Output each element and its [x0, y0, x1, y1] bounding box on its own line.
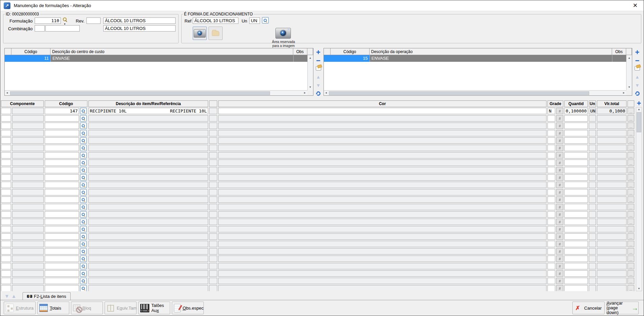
quantid-cell[interactable] [564, 196, 588, 203]
add-row-button[interactable]: + [635, 49, 640, 55]
un-cell[interactable] [589, 219, 596, 225]
grade-cell[interactable] [547, 211, 555, 218]
grade-hash-button[interactable]: # [556, 152, 563, 159]
componente-cell[interactable] [12, 233, 44, 240]
row-options-button[interactable]: ... [628, 167, 634, 173]
item-lookup-button[interactable] [80, 189, 87, 195]
cor-cell[interactable] [218, 278, 546, 284]
grade-cell[interactable] [547, 145, 555, 151]
obs-cell[interactable] [612, 55, 626, 62]
item-lookup-button[interactable] [80, 145, 87, 151]
row-options-button[interactable]: ... [628, 204, 634, 210]
grade-hash-button[interactable]: # [556, 270, 563, 277]
cor-cell[interactable] [218, 108, 546, 114]
grade-hash-button[interactable]: # [556, 130, 563, 136]
un-cell[interactable] [589, 233, 596, 240]
cor-cell[interactable] [218, 270, 546, 277]
item-lookup-button[interactable] [80, 204, 87, 210]
descricao-cell[interactable] [88, 211, 208, 218]
un-cell[interactable] [589, 152, 596, 159]
grade-hash-button[interactable]: # [556, 160, 563, 166]
descricao-cell[interactable] [88, 189, 208, 195]
grade-cell[interactable] [547, 219, 555, 225]
item-lookup-button[interactable] [80, 248, 87, 255]
add-item-button[interactable]: + [637, 100, 641, 106]
componente-cell[interactable] [12, 219, 44, 225]
cor-cell[interactable] [218, 285, 546, 291]
item-row[interactable]: #... [1, 123, 634, 129]
codigo-cell[interactable] [45, 182, 79, 188]
vlr-total-cell[interactable] [597, 226, 627, 232]
grade-cell[interactable] [547, 167, 555, 173]
row-options-button[interactable]: ... [628, 145, 634, 151]
tab-f2-lista-de-itens[interactable]: F2-Lista de itens [23, 292, 71, 300]
cor-cell[interactable] [218, 137, 546, 144]
descricao-cell[interactable] [88, 174, 208, 181]
vlr-total-cell[interactable] [597, 270, 627, 277]
scroll-left-icon[interactable]: ◄ [324, 91, 329, 95]
descricao-cell[interactable] [88, 196, 208, 203]
item-row[interactable]: #... [1, 174, 634, 181]
quantid-cell[interactable] [564, 278, 588, 284]
grade-hash-button[interactable]: # [556, 204, 563, 210]
descricao-cell[interactable] [88, 270, 208, 277]
scroll-down-icon[interactable]: ▼ [308, 85, 313, 89]
quantid-cell[interactable] [564, 219, 588, 225]
row-options-button[interactable]: ... [628, 263, 634, 269]
codigo-cell[interactable] [45, 241, 79, 247]
cor-cell[interactable] [218, 211, 546, 218]
taloes-aux-button[interactable]: 930063Talões Aux [138, 302, 170, 314]
vlr-total-cell[interactable] [597, 189, 627, 195]
un-cell[interactable] [589, 115, 596, 122]
grade-hash-button[interactable]: # [556, 248, 563, 255]
item-row[interactable]: #... [1, 270, 634, 277]
row-options-button[interactable]: ... [628, 108, 634, 114]
grade-hash-button[interactable]: # [556, 211, 563, 218]
row-options-button[interactable]: ... [628, 137, 634, 144]
un-cell[interactable] [589, 196, 596, 203]
hscroll-thumb[interactable] [10, 91, 270, 95]
item-lookup-button[interactable] [80, 167, 87, 173]
grade-cell[interactable] [547, 115, 555, 122]
grade-hash-button[interactable]: # [556, 263, 563, 269]
vlr-total-cell[interactable] [597, 211, 627, 218]
un-cell[interactable] [589, 241, 596, 247]
codigo-cell[interactable]: 147 [45, 108, 79, 114]
quantid-cell[interactable] [564, 130, 588, 136]
quantid-cell[interactable]: 0,100000 [564, 108, 588, 114]
item-row[interactable]: #... [1, 256, 634, 262]
componente-cell[interactable] [12, 123, 44, 129]
item-lookup-button[interactable] [80, 219, 87, 225]
vlr-total-cell[interactable] [597, 256, 627, 262]
componente-cell[interactable] [12, 211, 44, 218]
item-lookup-button[interactable] [80, 270, 87, 277]
grade-hash-button[interactable]: # [556, 241, 563, 247]
grade-cell[interactable] [547, 160, 555, 166]
row-options-button[interactable]: ... [628, 160, 634, 166]
row-options-button[interactable]: ... [628, 256, 634, 262]
codigo-cell[interactable] [45, 263, 79, 269]
vlr-total-cell[interactable]: 0,1000 [597, 108, 627, 114]
vlr-total-cell[interactable] [597, 130, 627, 136]
un-cell[interactable] [589, 226, 596, 232]
codigo-cell[interactable]: 11 [11, 55, 50, 62]
descricao-cell[interactable] [88, 145, 208, 151]
codigo-cell[interactable] [45, 145, 79, 151]
cost-center-hscrollbar[interactable]: ◄ ► [5, 90, 307, 95]
quantid-cell[interactable] [564, 174, 588, 181]
grade-hash-button[interactable]: # [556, 278, 563, 284]
descricao-cell[interactable] [88, 233, 208, 240]
cor-header[interactable]: Cor [218, 100, 546, 107]
quantid-cell[interactable] [564, 115, 588, 122]
vlr-total-cell[interactable] [597, 196, 627, 203]
quantid-cell[interactable] [564, 270, 588, 277]
item-row[interactable]: #... [1, 226, 634, 232]
row-options-button[interactable]: ... [628, 182, 634, 188]
quantid-cell[interactable] [564, 137, 588, 144]
codigo-cell[interactable] [45, 248, 79, 255]
codigo-cell[interactable] [45, 211, 79, 218]
un-field[interactable]: UN [249, 17, 260, 24]
item-row[interactable]: #... [1, 115, 634, 122]
totais-button[interactable]: Totais [37, 302, 69, 314]
take-photo-button[interactable] [193, 27, 207, 40]
